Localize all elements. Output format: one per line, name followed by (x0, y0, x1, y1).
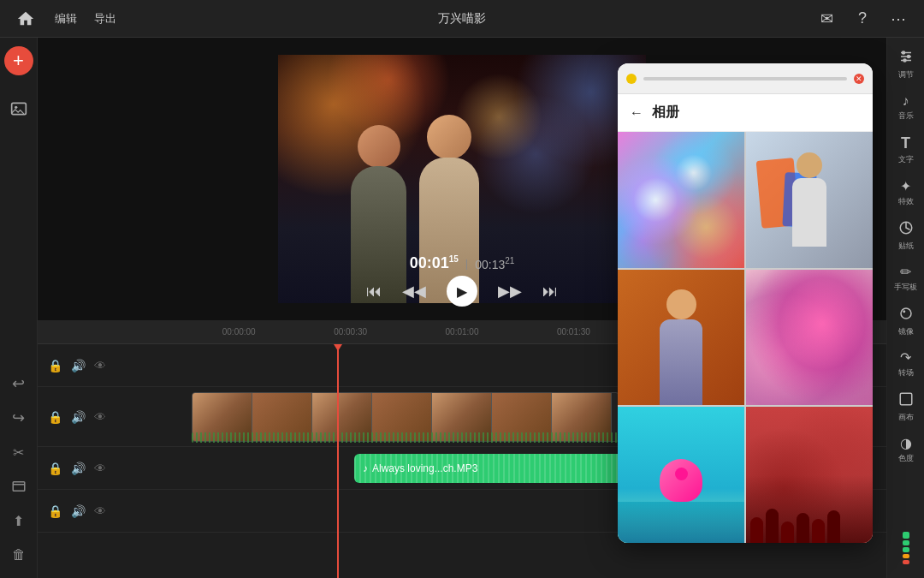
frame-forward-button[interactable]: ▶▶ (498, 282, 522, 301)
album-panel: ✕ ← 相册 (618, 63, 873, 543)
handwrite-button[interactable]: ✏ 手写板 (890, 259, 922, 298)
share-button[interactable]: ⬆ (4, 506, 33, 535)
add-media-button[interactable]: + (4, 46, 33, 75)
meter-bar-green (903, 532, 909, 539)
text-icon: T (901, 134, 910, 152)
eye-icon-video[interactable]: 👁 (94, 410, 106, 424)
track-audio-controls: 🔒 🔊 👁 (38, 462, 183, 475)
adjust-icon (898, 49, 914, 68)
media-icon[interactable] (4, 94, 33, 123)
handwrite-icon: ✏ (900, 264, 911, 280)
playback-controls: ⏮ ◀◀ ▶ ▶▶ ⏭ (366, 276, 558, 307)
eye-icon-4[interactable]: 👁 (94, 504, 106, 518)
sticker-icon (898, 220, 914, 239)
album-header: ← 相册 (618, 94, 873, 132)
play-button[interactable]: ▶ (447, 276, 477, 307)
transition-label: 转场 (898, 367, 914, 378)
cut-button[interactable]: ✂ (4, 438, 33, 467)
album-cell-girl-orange[interactable] (618, 270, 744, 406)
music-note-icon: ♪ (363, 462, 368, 474)
audio-icon-audio[interactable]: 🔊 (71, 462, 86, 475)
text-button[interactable]: T 文字 (890, 130, 922, 170)
sticker-label: 贴纸 (898, 241, 914, 252)
sticker-button[interactable]: 贴纸 (890, 216, 922, 255)
album-cell-bubbles[interactable] (618, 132, 744, 268)
canvas-icon (898, 391, 914, 410)
svg-point-12 (903, 310, 905, 313)
topbar: 编辑 导出 万兴喵影 ✉ ? ⋯ (0, 0, 924, 38)
effects-button[interactable]: ✦ 特效 (890, 173, 922, 212)
chroma-icon: ◑ (900, 435, 912, 451)
lock-icon-4[interactable]: 🔒 (48, 504, 62, 518)
lock-icon-video[interactable]: 🔒 (48, 410, 62, 424)
audio-icon-1[interactable]: 🔊 (71, 359, 86, 372)
undo-button[interactable]: ↩ (4, 369, 33, 398)
mail-icon[interactable]: ✉ (814, 7, 838, 31)
audio-clip[interactable]: ♪ Always loving...ch.MP3 (354, 454, 628, 483)
album-cell-flamingo[interactable] (618, 407, 744, 543)
time-display: 00:0115 | 00:1321 (410, 254, 515, 272)
ruler-mark-2: 00:01:00 (406, 327, 518, 337)
lock-icon-1[interactable]: 🔒 (48, 359, 62, 372)
layers-button[interactable] (4, 472, 33, 501)
mirror-label: 镜像 (898, 326, 914, 337)
album-cell-red-crowd[interactable] (746, 407, 873, 543)
transition-button[interactable]: ↷ 转场 (890, 344, 922, 384)
lock-icon-audio[interactable]: 🔒 (48, 462, 62, 475)
transition-icon: ↷ (900, 349, 911, 366)
album-minimize-button[interactable] (626, 74, 637, 84)
svg-rect-2 (13, 482, 25, 492)
left-sidebar: + ↩ ↪ ✂ ⬆ 🗑 (0, 38, 38, 578)
meter-bar-yellow (903, 554, 909, 558)
text-label: 文字 (898, 154, 914, 165)
music-button[interactable]: ♪ 音乐 (890, 87, 922, 127)
export-menu[interactable]: 导出 (94, 11, 116, 27)
delete-button[interactable]: 🗑 (4, 540, 33, 569)
music-icon: ♪ (903, 93, 909, 109)
home-button[interactable] (14, 7, 38, 31)
svg-point-8 (907, 55, 909, 57)
skip-to-start-button[interactable]: ⏮ (366, 283, 382, 301)
more-icon[interactable]: ⋯ (886, 7, 910, 31)
chroma-button[interactable]: ◑ 色度 (890, 430, 922, 469)
audio-wave-on-video (192, 432, 619, 443)
audio-icon-4[interactable]: 🔊 (71, 504, 86, 518)
frame-back-button[interactable]: ◀◀ (402, 282, 426, 301)
svg-rect-0 (11, 103, 26, 114)
adjust-label: 调节 (898, 69, 914, 80)
canvas-button[interactable]: 画布 (890, 387, 922, 426)
album-titlebar-sep (643, 77, 847, 80)
app-title: 万兴喵影 (438, 11, 486, 27)
audio-clip-label: ♪ Always loving...ch.MP3 (363, 462, 477, 474)
album-close-button[interactable]: ✕ (854, 74, 864, 84)
mirror-button[interactable]: 镜像 (890, 301, 922, 341)
ruler-mark-0: 00:00:00 (183, 327, 294, 337)
meter-bar-green2 (903, 540, 909, 545)
help-icon[interactable]: ? (850, 7, 874, 31)
album-cell-graffiti[interactable] (746, 132, 873, 268)
svg-point-7 (902, 51, 904, 54)
svg-point-11 (901, 308, 911, 319)
mirror-icon (898, 306, 914, 325)
current-time: 00:0115 (410, 254, 459, 272)
canvas-label: 画布 (898, 412, 914, 423)
eye-icon-audio[interactable]: 👁 (94, 462, 106, 475)
timeline-playhead[interactable] (337, 344, 339, 578)
track-video-controls: 🔒 🔊 👁 (38, 410, 183, 424)
music-label: 音乐 (898, 110, 914, 122)
audio-icon-video[interactable]: 🔊 (71, 410, 86, 424)
edit-menu[interactable]: 编辑 (55, 11, 77, 27)
meter-bar-red (903, 560, 909, 564)
svg-point-1 (15, 106, 17, 109)
handwrite-label: 手写板 (894, 282, 917, 293)
album-titlebar: ✕ (618, 63, 873, 94)
adjust-button[interactable]: 调节 (890, 45, 922, 84)
ruler-mark-1: 00:00:30 (294, 327, 406, 337)
album-back-button[interactable]: ← (630, 105, 643, 121)
effects-icon: ✦ (900, 178, 911, 194)
redo-button[interactable]: ↪ (4, 403, 33, 432)
skip-to-end-button[interactable]: ⏭ (542, 283, 558, 301)
album-cell-pink-smoke[interactable] (746, 270, 873, 406)
effects-label: 特效 (898, 196, 914, 207)
eye-icon-1[interactable]: 👁 (94, 359, 106, 372)
